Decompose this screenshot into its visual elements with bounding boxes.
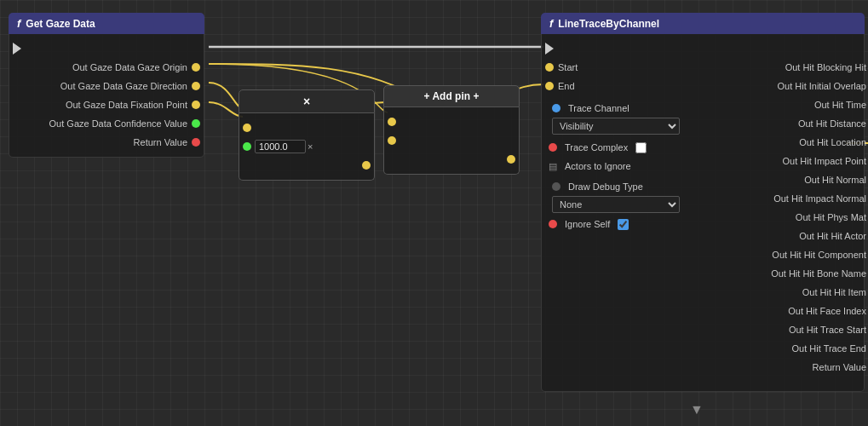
pin-label-confidence: Out Gaze Data Confidence Value: [45, 118, 192, 129]
ignore-self-pin[interactable]: [549, 220, 557, 228]
linetrace-func-icon: f: [549, 17, 553, 30]
linetrace-start-label: Start: [554, 62, 582, 72]
blueprint-canvas: f Get Gaze Data Out Gaze Data Gaze Origi…: [0, 0, 868, 426]
gaze-node-title: Get Gaze Data: [26, 18, 95, 30]
ignore-self-checkbox[interactable]: [618, 219, 629, 230]
draw-debug-section: Draw Debug Type None ForOneFrame: [542, 176, 712, 215]
linetrace-exec-out-row: [712, 39, 868, 58]
linetrace-left-panel: Start End Trace Channel Visibility Camer…: [542, 39, 712, 386]
pin-label-blocking-hit: Out Hit Blocking Hit: [781, 62, 868, 72]
pin-row-gaze-origin: Out Gaze Data Gaze Origin: [9, 58, 204, 77]
trace-complex-pin[interactable]: [549, 143, 557, 152]
draw-debug-pin[interactable]: [552, 182, 560, 191]
linetrace-end-label: End: [554, 81, 579, 91]
pin-label-hit-component: Out Hit Hit Component: [767, 250, 868, 260]
linetrace-title: LineTraceByChannel: [558, 18, 659, 30]
draw-debug-dropdown[interactable]: None ForOneFrame: [552, 196, 680, 213]
linetrace-start-row: Start: [542, 58, 712, 77]
addpin-in1: [384, 112, 519, 131]
trace-channel-label: Trace Channel: [564, 103, 634, 113]
linetrace-exec-in[interactable]: [545, 43, 554, 55]
ignore-self-row: Ignore Self: [542, 215, 712, 233]
trace-complex-checkbox[interactable]: [635, 142, 647, 153]
actors-ignore-icon: ▤: [549, 161, 557, 172]
addpin-header: + Add pin +: [383, 85, 520, 107]
pin-row-fixation: Out Gaze Data Fixation Point: [9, 95, 204, 114]
pin-label-bone-name: Out Hit Hit Bone Name: [767, 268, 868, 279]
pin-return[interactable]: [192, 138, 200, 147]
pin-label-impact-point: Out Hit Impact Point: [779, 156, 868, 166]
pin-row-hit-time: Out Hit Time: [712, 95, 868, 114]
pin-label-trace-end: Out Hit Trace End: [788, 343, 868, 354]
pin-row-return: Return Value: [9, 133, 204, 152]
exec-in-pin[interactable]: [13, 43, 21, 55]
addpin-in1-dot[interactable]: [388, 118, 396, 126]
pin-row-blocking-hit: Out Hit Blocking Hit: [712, 58, 868, 77]
multiply-in1-dot[interactable]: [243, 124, 251, 132]
gaze-node-header: f Get Gaze Data: [9, 13, 204, 34]
exec-pin-row: [9, 39, 204, 58]
gaze-data-node: f Get Gaze Data Out Gaze Data Gaze Origi…: [9, 13, 204, 158]
addpin-body: [383, 107, 520, 175]
pin-label-trace-start: Out Hit Trace Start: [785, 325, 868, 335]
pin-row-face-index: Out Hit Face Index: [712, 302, 868, 320]
pin-row-lt-return: Return Value: [712, 358, 868, 377]
pin-label-item: Out Hit Hit Item: [798, 287, 868, 297]
pin-row-hit-component: Out Hit Hit Component: [712, 245, 868, 264]
addpin-out-dot[interactable]: [507, 155, 515, 164]
multiply-x-btn[interactable]: ×: [308, 141, 313, 152]
linetrace-node: f LineTraceByChannel Start End: [541, 13, 865, 392]
pin-label-gaze-origin: Out Gaze Data Gaze Origin: [68, 62, 192, 72]
linetrace-body: Start End Trace Channel Visibility Camer…: [541, 34, 865, 392]
actors-ignore-label: Actors to Ignore: [560, 161, 635, 171]
linetrace-header: f LineTraceByChannel: [541, 13, 865, 34]
linetrace-end-pin[interactable]: [545, 82, 554, 90]
trace-complex-label: Trace Complex: [560, 142, 632, 153]
actors-ignore-row: ▤ Actors to Ignore: [542, 157, 712, 176]
pin-label-impact-normal: Out Hit Impact Normal: [769, 193, 868, 204]
addpin-in2: [384, 131, 519, 150]
pin-label-hit-distance: Out Hit Distance: [794, 118, 868, 129]
pin-row-hit-distance: Out Hit Distance: [712, 114, 868, 133]
scroll-indicator[interactable]: ▼: [690, 402, 704, 417]
pin-label-hit-time: Out Hit Time: [810, 100, 868, 110]
trace-channel-dropdown[interactable]: Visibility Camera: [552, 118, 680, 135]
trace-channel-pin[interactable]: [552, 104, 560, 112]
draw-debug-row: Draw Debug Type: [549, 177, 705, 196]
trace-channel-row: Trace Channel: [549, 99, 705, 118]
addpin-out: [384, 150, 519, 169]
pin-row-phys-mat: Out Hit Phys Mat: [712, 208, 868, 227]
linetrace-end-row: End: [542, 77, 712, 95]
pin-row-initial-overlap: Out Hit Initial Overlap: [712, 77, 868, 95]
pin-row-impact-normal: Out Hit Impact Normal: [712, 189, 868, 208]
pin-row-impact-point: Out Hit Impact Point: [712, 152, 868, 170]
pin-label-hit-location: Out Hit Location: [795, 137, 868, 147]
pin-fixation[interactable]: [192, 101, 200, 109]
trace-complex-row: Trace Complex: [542, 138, 712, 157]
linetrace-exec-in-row: [542, 39, 712, 58]
multiply-value-input[interactable]: [255, 140, 306, 153]
multiply-header: ×: [239, 89, 375, 113]
pin-label-phys-mat: Out Hit Phys Mat: [791, 212, 868, 222]
pin-row-bone-name: Out Hit Hit Bone Name: [712, 264, 868, 283]
multiply-pin-out: [239, 156, 374, 175]
addpin-in2-dot[interactable]: [388, 136, 396, 145]
pin-gaze-origin[interactable]: [192, 63, 200, 72]
pin-gaze-direction[interactable]: [192, 82, 200, 90]
pin-row-item: Out Hit Hit Item: [712, 283, 868, 302]
pin-row-trace-start: Out Hit Trace Start: [712, 320, 868, 339]
pin-confidence[interactable]: [192, 119, 200, 128]
multiply-out-dot[interactable]: [362, 161, 371, 170]
pin-row-hit-location: Out Hit Location: [712, 133, 868, 152]
draw-debug-label: Draw Debug Type: [564, 181, 647, 192]
pin-row-hit-actor: Out Hit Hit Actor: [712, 227, 868, 245]
pin-label-face-index: Out Hit Face Index: [784, 306, 868, 316]
pin-label-fixation: Out Gaze Data Fixation Point: [61, 100, 192, 110]
gaze-node-body: Out Gaze Data Gaze Origin Out Gaze Data …: [9, 34, 204, 158]
pin-row-confidence: Out Gaze Data Confidence Value: [9, 114, 204, 133]
pin-label-initial-overlap: Out Hit Initial Overlap: [773, 81, 868, 91]
ignore-self-label: Ignore Self: [560, 219, 614, 229]
multiply-in2-dot[interactable]: [243, 142, 251, 151]
linetrace-start-pin[interactable]: [545, 63, 554, 72]
multiply-pin-in2: ×: [239, 137, 374, 156]
